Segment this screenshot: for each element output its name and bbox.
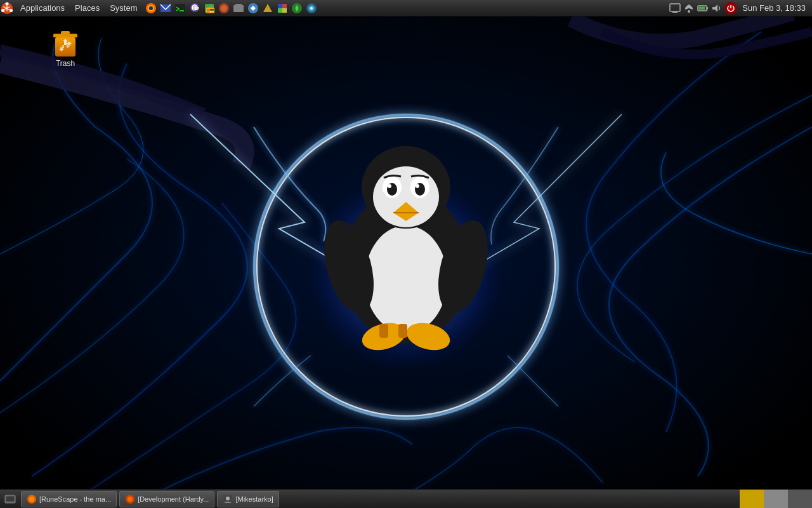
taskbar-show-desktop[interactable] bbox=[3, 491, 18, 507]
menu-applications[interactable]: Applications bbox=[15, 0, 70, 17]
network-icon[interactable] bbox=[683, 2, 695, 15]
svg-rect-46 bbox=[235, 4, 242, 6]
runescape-window-label: [RuneScape - the ma... bbox=[39, 495, 111, 503]
terminal-launcher[interactable] bbox=[174, 2, 187, 15]
svg-rect-24 bbox=[398, 324, 407, 338]
app-launchers: 💬 📻 bbox=[142, 2, 320, 15]
pidgin-launcher[interactable]: 💬 bbox=[188, 2, 201, 15]
extra-icon-6[interactable] bbox=[276, 2, 289, 15]
svg-point-44 bbox=[221, 5, 227, 11]
volume-icon[interactable] bbox=[710, 2, 723, 15]
svg-point-29 bbox=[6, 2, 9, 5]
svg-rect-50 bbox=[278, 8, 282, 13]
svg-text:📻: 📻 bbox=[206, 4, 215, 13]
svg-point-55 bbox=[310, 7, 313, 10]
svg-rect-36 bbox=[175, 4, 185, 13]
evolution-mail-launcher[interactable] bbox=[159, 2, 172, 15]
taskbar-item-mikestarko[interactable]: [Mikestarko] bbox=[217, 491, 278, 507]
mikestarko-window-icon bbox=[223, 494, 233, 504]
extra-icon-1[interactable]: 📻 bbox=[203, 2, 216, 15]
svg-point-71 bbox=[226, 497, 230, 500]
bottom-taskbar: [RuneScape - the ma... [Development (Har… bbox=[0, 489, 812, 508]
desktop-background bbox=[0, 0, 812, 508]
svg-rect-23 bbox=[379, 324, 388, 338]
trash-label: Trash bbox=[56, 59, 75, 68]
svg-point-58 bbox=[688, 10, 690, 13]
firefox-launcher[interactable] bbox=[145, 2, 157, 15]
clock[interactable]: Sun Feb 3, 18:33 bbox=[738, 3, 809, 13]
ubuntu-logo[interactable] bbox=[0, 1, 14, 15]
development-window-label: [Development (Hardy... bbox=[138, 495, 209, 503]
panel-left: Applications Places System 💬 bbox=[0, 0, 669, 17]
svg-rect-45 bbox=[233, 5, 244, 12]
power-icon[interactable] bbox=[724, 2, 737, 15]
development-window-icon bbox=[125, 494, 135, 504]
taskbar-item-development[interactable]: [Development (Hardy... bbox=[119, 491, 214, 507]
extra-icon-8[interactable] bbox=[305, 2, 318, 15]
trash-desktop-icon[interactable]: Trash bbox=[40, 27, 91, 68]
svg-point-16 bbox=[416, 184, 419, 188]
svg-point-30 bbox=[10, 9, 13, 12]
svg-rect-48 bbox=[278, 4, 282, 8]
svg-rect-49 bbox=[282, 4, 287, 8]
extra-icon-3[interactable] bbox=[232, 2, 245, 15]
svg-point-67 bbox=[29, 497, 34, 502]
extra-icon-7[interactable] bbox=[291, 2, 303, 15]
svg-point-34 bbox=[149, 6, 153, 10]
workspace-1[interactable] bbox=[740, 490, 764, 509]
desktop: Trash bbox=[0, 0, 812, 508]
svg-rect-51 bbox=[282, 8, 287, 13]
svg-point-8 bbox=[365, 225, 447, 333]
svg-rect-65 bbox=[6, 497, 14, 501]
svg-point-69 bbox=[128, 497, 133, 502]
workspace-2[interactable] bbox=[764, 490, 788, 509]
svg-point-15 bbox=[388, 184, 391, 188]
screen-resolution-icon[interactable] bbox=[669, 2, 681, 15]
svg-rect-60 bbox=[707, 7, 708, 10]
extra-icon-5[interactable] bbox=[261, 2, 274, 15]
extra-icon-4[interactable] bbox=[247, 2, 259, 15]
panel-right: Sun Feb 3, 18:33 bbox=[669, 2, 812, 15]
top-panel: Applications Places System 💬 bbox=[0, 0, 812, 17]
svg-rect-56 bbox=[670, 4, 680, 11]
svg-marker-62 bbox=[712, 4, 717, 12]
svg-rect-61 bbox=[699, 6, 705, 10]
svg-text:💬: 💬 bbox=[193, 5, 199, 11]
trash-icon-image bbox=[50, 27, 81, 58]
taskbar-item-runescape[interactable]: [RuneScape - the ma... bbox=[21, 491, 117, 507]
svg-rect-27 bbox=[61, 31, 70, 34]
extra-icon-2[interactable] bbox=[218, 2, 230, 15]
runescape-window-icon bbox=[27, 494, 37, 504]
menu-system[interactable]: System bbox=[105, 0, 142, 17]
workspace-switcher bbox=[740, 490, 812, 509]
mikestarko-window-label: [Mikestarko] bbox=[235, 495, 273, 503]
menu-places[interactable]: Places bbox=[70, 0, 105, 17]
battery-icon[interactable] bbox=[697, 2, 709, 15]
svg-rect-57 bbox=[672, 11, 678, 13]
workspace-3[interactable] bbox=[788, 490, 812, 509]
